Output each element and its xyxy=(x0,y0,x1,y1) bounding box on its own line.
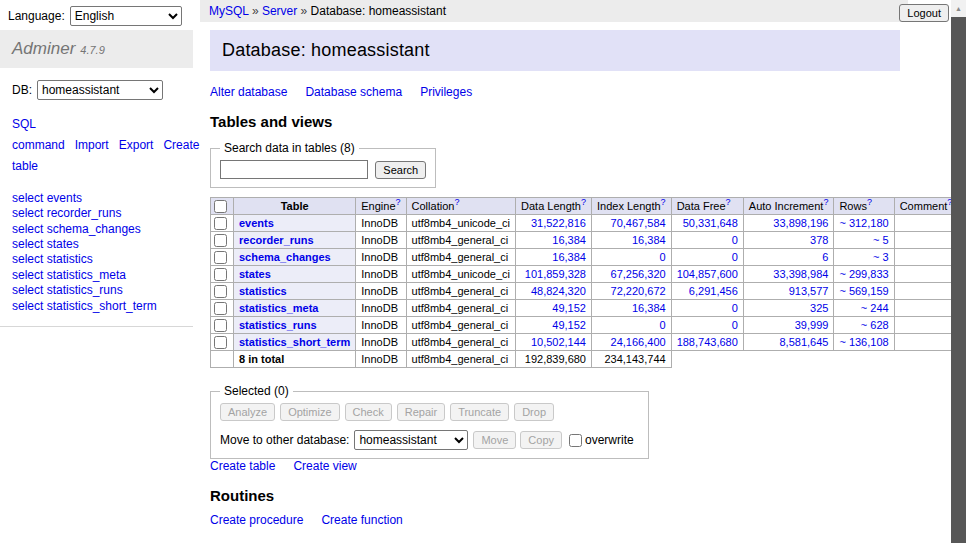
table-name-link[interactable]: recorder_runs xyxy=(239,234,314,246)
row-select-checkbox[interactable] xyxy=(214,319,227,332)
rows-estimate-link[interactable]: ~ 5 xyxy=(873,234,889,246)
row-select-checkbox[interactable] xyxy=(214,268,227,281)
copy-button: Copy xyxy=(520,431,562,449)
move-label: Move to other database: xyxy=(220,433,349,447)
row-select-checkbox[interactable] xyxy=(214,285,227,298)
data-length-link[interactable]: 48,824,320 xyxy=(531,285,586,297)
table-name-link[interactable]: statistics_short_term xyxy=(239,336,350,348)
rows-estimate-link[interactable]: ~ 312,180 xyxy=(839,217,888,229)
auto-increment-link[interactable]: 913,577 xyxy=(789,285,829,297)
rows-estimate-link[interactable]: ~ 628 xyxy=(861,319,889,331)
data-length-link[interactable]: 31,522,816 xyxy=(531,217,586,229)
app-name-link[interactable]: Adminer xyxy=(12,39,75,58)
table-name-link[interactable]: events xyxy=(239,217,274,229)
search-button[interactable]: Search xyxy=(375,161,426,179)
move-db-select[interactable]: homeassistant xyxy=(354,430,468,450)
routine-link[interactable]: Create function xyxy=(321,513,402,527)
auto-increment-link[interactable]: 378 xyxy=(810,234,828,246)
rows-estimate-link[interactable]: ~ 569,159 xyxy=(839,285,888,297)
auto-increment-link[interactable]: 33,898,196 xyxy=(773,217,828,229)
create-link[interactable]: Create view xyxy=(293,459,356,473)
table-name-link[interactable]: states xyxy=(239,268,271,280)
db-action-link[interactable]: Privileges xyxy=(420,85,472,99)
help-link[interactable]: ? xyxy=(661,197,666,207)
data-length-link[interactable]: 16,384 xyxy=(552,234,586,246)
sidebar-action-link[interactable]: Import xyxy=(75,138,109,152)
index-length-link[interactable]: 72,220,672 xyxy=(611,285,666,297)
help-link[interactable]: ? xyxy=(581,197,586,207)
index-length-link[interactable]: 70,467,584 xyxy=(611,217,666,229)
data-free-link[interactable]: 50,331,648 xyxy=(683,217,738,229)
scroll-up-arrow-icon[interactable]: ▲ xyxy=(951,0,966,17)
rows-estimate-link[interactable]: ~ 3 xyxy=(873,251,889,263)
table-name-link[interactable]: statistics_runs xyxy=(239,319,317,331)
data-free-link[interactable]: 0 xyxy=(732,319,738,331)
data-free-link[interactable]: 188,743,680 xyxy=(677,336,738,348)
table-name-link[interactable]: statistics_meta xyxy=(239,302,319,314)
auto-increment-link[interactable]: 325 xyxy=(810,302,828,314)
index-length-link[interactable]: 16,384 xyxy=(632,302,666,314)
sidebar-table-link[interactable]: select schema_changes xyxy=(12,222,181,237)
sidebar-action-link[interactable]: SQL command xyxy=(12,117,65,152)
rows-estimate-link[interactable]: ~ 136,108 xyxy=(839,336,888,348)
data-free-cell: 0 xyxy=(671,300,743,317)
data-free-link[interactable]: 0 xyxy=(732,251,738,263)
scrollbar[interactable]: ▲ xyxy=(951,0,966,543)
overwrite-checkbox[interactable] xyxy=(569,434,582,447)
auto-increment-link[interactable]: 39,999 xyxy=(795,319,829,331)
help-link[interactable]: ? xyxy=(454,197,459,207)
sidebar-table-link[interactable]: select statistics_short_term xyxy=(12,299,181,314)
data-free-link[interactable]: 0 xyxy=(732,302,738,314)
table-name-link[interactable]: schema_changes xyxy=(239,251,331,263)
sidebar-table-link[interactable]: select statistics_meta xyxy=(12,268,181,283)
sidebar-table-link[interactable]: select statistics_runs xyxy=(12,283,181,298)
data-length-link[interactable]: 101,859,328 xyxy=(525,268,586,280)
auto-increment-link[interactable]: 8,581,645 xyxy=(779,336,828,348)
data-length-link[interactable]: 16,384 xyxy=(552,251,586,263)
sidebar-table-link[interactable]: select events xyxy=(12,191,181,206)
data-free-link[interactable]: 104,857,600 xyxy=(677,268,738,280)
data-free-link[interactable]: 0 xyxy=(732,234,738,246)
breadcrumb-link[interactable]: Server xyxy=(262,4,297,18)
db-select[interactable]: homeassistant xyxy=(37,80,163,100)
index-length-link[interactable]: 24,166,400 xyxy=(611,336,666,348)
auto-increment-link[interactable]: 33,398,984 xyxy=(773,268,828,280)
sidebar-table-link[interactable]: select statistics xyxy=(12,252,181,267)
db-action-link[interactable]: Database schema xyxy=(305,85,402,99)
search-input[interactable] xyxy=(220,160,368,179)
row-select-checkbox[interactable] xyxy=(214,251,227,264)
rows-estimate-link[interactable]: ~ 244 xyxy=(861,302,889,314)
logout-button[interactable]: Logout xyxy=(899,4,949,22)
routine-link[interactable]: Create procedure xyxy=(210,513,303,527)
data-free-link[interactable]: 6,291,456 xyxy=(689,285,738,297)
rows-estimate-link[interactable]: ~ 299,833 xyxy=(839,268,888,280)
row-select-checkbox[interactable] xyxy=(214,234,227,247)
index-length-link[interactable]: 0 xyxy=(660,319,666,331)
row-select-checkbox[interactable] xyxy=(214,302,227,315)
language-select[interactable]: English xyxy=(70,6,182,26)
help-link[interactable]: ? xyxy=(726,197,731,207)
breadcrumb-link[interactable]: MySQL xyxy=(209,4,249,18)
sidebar-action-link[interactable]: Export xyxy=(119,138,154,152)
select-all-checkbox[interactable] xyxy=(214,200,227,213)
breadcrumb-separator: » xyxy=(297,4,310,18)
scrollbar-thumb[interactable] xyxy=(951,17,966,543)
db-action-link[interactable]: Alter database xyxy=(210,85,287,99)
data-length-link[interactable]: 10,502,144 xyxy=(531,336,586,348)
data-length-link[interactable]: 49,152 xyxy=(552,319,586,331)
create-link[interactable]: Create table xyxy=(210,459,275,473)
index-length-link[interactable]: 67,256,320 xyxy=(611,268,666,280)
sidebar-table-link[interactable]: select recorder_runs xyxy=(12,206,181,221)
sidebar-table-link[interactable]: select states xyxy=(12,237,181,252)
help-link[interactable]: ? xyxy=(823,197,828,207)
row-select-checkbox[interactable] xyxy=(214,336,227,349)
auto-increment-link[interactable]: 6 xyxy=(822,251,828,263)
collation-cell: utf8mb4_general_ci xyxy=(406,283,515,300)
help-link[interactable]: ? xyxy=(867,197,872,207)
index-length-link[interactable]: 0 xyxy=(660,251,666,263)
help-link[interactable]: ? xyxy=(396,197,401,207)
index-length-link[interactable]: 16,384 xyxy=(632,234,666,246)
data-length-link[interactable]: 49,152 xyxy=(552,302,586,314)
row-select-checkbox[interactable] xyxy=(214,217,227,230)
table-name-link[interactable]: statistics xyxy=(239,285,287,297)
